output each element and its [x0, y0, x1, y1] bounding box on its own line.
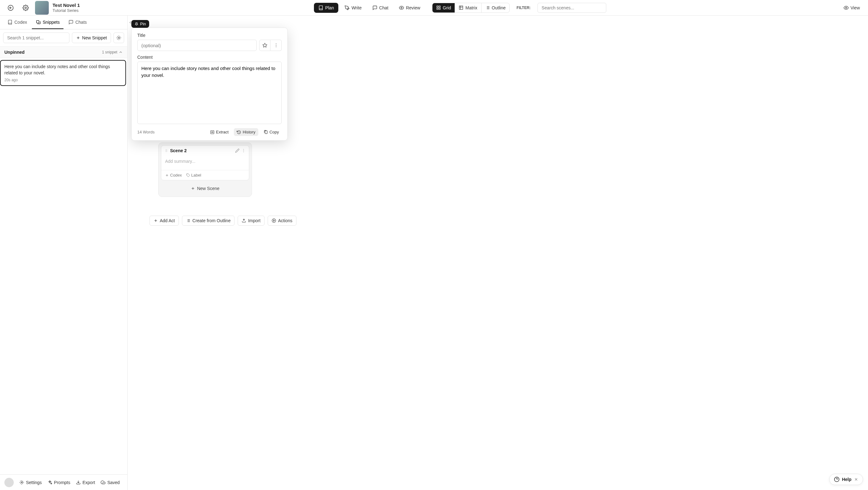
- footer-saved-label: Saved: [107, 480, 120, 485]
- pin-label: Pin: [140, 22, 146, 26]
- layout-outline-label: Outline: [492, 5, 506, 10]
- user-avatar[interactable]: [4, 478, 14, 487]
- clipboard-icon: [264, 130, 268, 134]
- plus-icon: [76, 36, 80, 40]
- snippet-search-input[interactable]: [3, 33, 69, 43]
- gear-icon: [116, 35, 121, 40]
- project-title: Test Novel 1: [53, 2, 80, 8]
- scene-summary-placeholder[interactable]: Add summary...: [161, 156, 249, 170]
- mode-review[interactable]: Review: [395, 3, 425, 13]
- favorite-button[interactable]: [259, 40, 271, 51]
- new-scene-button[interactable]: New Scene: [161, 183, 249, 194]
- more-options-button[interactable]: [271, 40, 282, 51]
- snippet-card[interactable]: Here you can include story notes and oth…: [0, 60, 126, 86]
- layout-grid[interactable]: Grid: [432, 3, 455, 12]
- matrix-icon: [459, 5, 463, 10]
- svg-rect-7: [437, 8, 438, 9]
- svg-rect-36: [211, 130, 214, 134]
- scene-codex-button[interactable]: Codex: [165, 173, 182, 177]
- help-button[interactable]: Help: [829, 474, 863, 485]
- svg-point-28: [118, 37, 119, 38]
- create-from-outline-button[interactable]: Create from Outline: [182, 216, 235, 226]
- mode-write[interactable]: Write: [340, 3, 366, 13]
- tab-chats[interactable]: Chats: [65, 15, 91, 29]
- actions-label: Actions: [278, 218, 292, 223]
- grid-icon: [436, 5, 441, 10]
- view-button[interactable]: View: [840, 3, 863, 12]
- footer-prompts-label: Prompts: [54, 480, 70, 485]
- snippet-content-textarea[interactable]: [137, 62, 282, 124]
- help-circle-icon: [834, 477, 840, 482]
- word-count: 14 Words: [137, 130, 205, 134]
- footer-saved[interactable]: Saved: [101, 480, 120, 485]
- settings-gear-button[interactable]: [20, 2, 31, 13]
- tab-snippets[interactable]: Snippets: [32, 15, 63, 29]
- more-vertical-icon: [241, 149, 246, 153]
- copy-label: Copy: [270, 130, 279, 134]
- import-label: Import: [248, 218, 260, 223]
- layout-switcher: Grid Matrix Outline: [432, 3, 510, 13]
- project-meta: Test Novel 1 Tutorial Series: [53, 2, 80, 13]
- eye-icon: [399, 5, 404, 10]
- svg-point-45: [243, 150, 244, 151]
- history-button[interactable]: History: [234, 128, 258, 136]
- footer-settings-label: Settings: [26, 480, 42, 485]
- pen-icon: [345, 5, 349, 10]
- actions-button[interactable]: Actions: [268, 216, 297, 226]
- project-thumbnail[interactable]: [35, 1, 49, 15]
- svg-point-39: [166, 150, 166, 151]
- mode-review-label: Review: [406, 5, 420, 10]
- mode-plan-label: Plan: [325, 5, 334, 10]
- scene-search-input[interactable]: [537, 3, 606, 13]
- main-area: Pin Title Content 14 Words: [128, 15, 868, 490]
- stack-icon: [36, 20, 41, 25]
- snippet-text: Here you can include story notes and oth…: [4, 64, 122, 76]
- scene-card[interactable]: Scene 2 Add summary... Codex: [161, 145, 249, 180]
- mode-chat[interactable]: Chat: [368, 3, 393, 13]
- edit-scene-button[interactable]: [235, 149, 240, 153]
- svg-point-42: [167, 150, 167, 151]
- snippet-section-count: 1 snippet: [102, 50, 123, 54]
- footer-settings[interactable]: Settings: [20, 480, 42, 485]
- new-scene-label: New Scene: [197, 186, 219, 191]
- extract-button[interactable]: Extract: [207, 128, 231, 136]
- snippet-editor-popover: Title Content 14 Words Extract: [131, 28, 288, 141]
- scene-more-button[interactable]: [241, 149, 246, 153]
- svg-marker-62: [274, 220, 275, 222]
- drag-handle[interactable]: [164, 149, 168, 153]
- svg-point-38: [166, 150, 166, 150]
- tab-snippets-label: Snippets: [42, 20, 59, 25]
- eye-icon: [844, 5, 848, 10]
- scene-title: Scene 2: [170, 148, 233, 153]
- pin-button[interactable]: Pin: [131, 20, 149, 28]
- help-close-button[interactable]: [854, 477, 858, 482]
- back-button[interactable]: [5, 2, 16, 13]
- footer-prompts[interactable]: Prompts: [48, 480, 70, 485]
- import-button[interactable]: Import: [238, 216, 265, 226]
- book-icon: [318, 5, 323, 10]
- layout-outline[interactable]: Outline: [482, 3, 509, 12]
- sidebar-tabs: Codex Snippets Chats: [0, 15, 127, 29]
- svg-rect-37: [265, 131, 267, 133]
- svg-point-17: [845, 7, 847, 8]
- add-act-button[interactable]: Add Act: [150, 216, 179, 226]
- layout-matrix[interactable]: Matrix: [455, 3, 481, 12]
- svg-rect-25: [37, 20, 39, 23]
- pin-icon: [134, 22, 138, 26]
- new-snippet-button[interactable]: New Snippet: [72, 33, 111, 43]
- snippet-section-header[interactable]: Unpinned 1 snippet: [0, 46, 127, 58]
- snippet-title-input[interactable]: [137, 40, 257, 51]
- footer-export[interactable]: Export: [76, 480, 95, 485]
- svg-rect-8: [459, 6, 463, 9]
- footer-export-label: Export: [83, 480, 95, 485]
- snippet-settings-button[interactable]: [114, 33, 124, 43]
- close-icon: [854, 477, 858, 482]
- mode-write-label: Write: [351, 5, 362, 10]
- scene-label-button[interactable]: Label: [186, 173, 202, 177]
- copy-button[interactable]: Copy: [261, 128, 282, 136]
- mode-plan[interactable]: Plan: [314, 3, 338, 13]
- svg-rect-6: [439, 8, 440, 9]
- export-icon: [76, 480, 81, 485]
- tab-codex[interactable]: Codex: [4, 15, 31, 29]
- svg-point-34: [276, 45, 276, 45]
